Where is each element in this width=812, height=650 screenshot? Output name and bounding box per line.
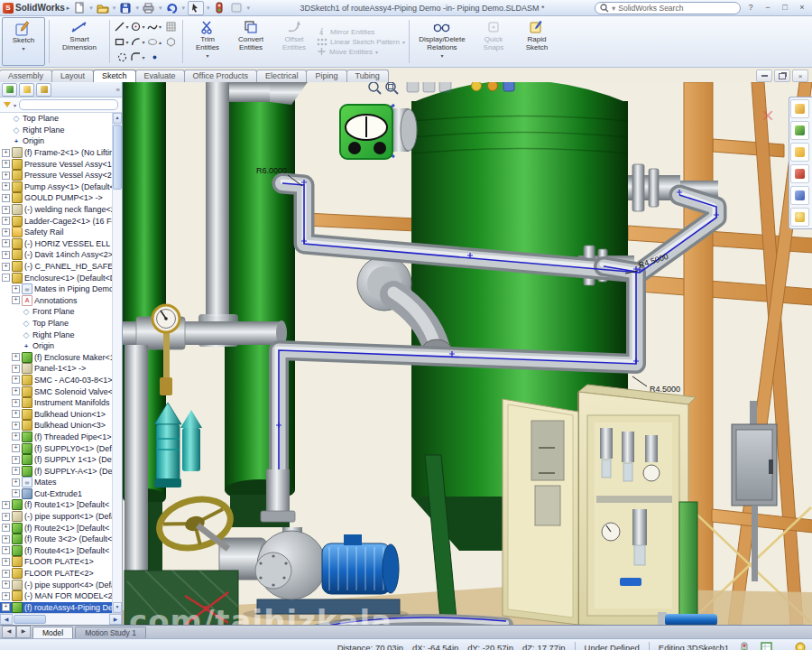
expander-icon[interactable]: + bbox=[2, 546, 10, 554]
expander-icon[interactable]: + bbox=[12, 285, 20, 293]
previous-view-icon[interactable] bbox=[407, 82, 419, 92]
display-style-icon[interactable] bbox=[503, 82, 514, 91]
doc-minimize-button[interactable] bbox=[756, 70, 772, 82]
tab-tubing[interactable]: Tubing bbox=[346, 70, 389, 82]
sketch-button[interactable]: Sketch ▾ bbox=[2, 17, 45, 66]
tree-item[interactable]: Origin bbox=[0, 135, 122, 147]
display-delete-relations-button[interactable]: Display/Delete Relations ▾ bbox=[413, 17, 471, 66]
tree-item[interactable]: Right Plane bbox=[0, 329, 122, 340]
tree-item[interactable]: + Bulkhead Union<3> bbox=[0, 420, 122, 432]
graphics-area[interactable]: R6.0000 R4.5000 R4.5000 bbox=[123, 82, 812, 625]
tab-scroll-right-icon[interactable]: ▶ bbox=[16, 626, 31, 638]
tree-item[interactable]: Top Plane bbox=[0, 113, 122, 125]
expander-icon[interactable]: + bbox=[12, 399, 20, 407]
expander-icon[interactable]: + bbox=[2, 603, 10, 611]
tree-item[interactable]: + Mates bbox=[0, 477, 122, 488]
rectangle-tool-icon[interactable]: ▾ bbox=[114, 34, 130, 50]
search-input[interactable]: SolidWorks Search bbox=[618, 4, 683, 13]
design-library-icon[interactable] bbox=[790, 121, 809, 140]
view-orientation-icon[interactable] bbox=[439, 82, 451, 92]
expander-icon[interactable]: + bbox=[2, 182, 10, 190]
tab-piping[interactable]: Piping bbox=[306, 70, 346, 82]
tab-motion-study[interactable]: Motion Study 1 bbox=[75, 627, 146, 638]
expander-icon[interactable]: - bbox=[2, 274, 10, 282]
tree-item[interactable]: + (-) pipe support<4> (Defa bbox=[0, 579, 122, 590]
tree-item[interactable]: + (f) SUPPLY 1<1> (Def bbox=[0, 454, 122, 466]
tree-item[interactable]: - Enclosure<1> (Default<D bbox=[0, 272, 122, 283]
expander-icon[interactable]: + bbox=[2, 206, 10, 214]
tree-item[interactable]: + Panel-1<1> -> bbox=[0, 363, 122, 375]
expander-icon[interactable]: + bbox=[2, 217, 10, 225]
expander-icon[interactable]: + bbox=[2, 239, 10, 247]
expander-icon[interactable]: + bbox=[12, 387, 20, 395]
confirmation-corner-cancel-icon[interactable]: × bbox=[761, 103, 774, 127]
expander-icon[interactable]: + bbox=[12, 296, 20, 304]
expander-icon[interactable]: + bbox=[12, 432, 20, 441]
scroll-right-icon[interactable]: ▶ bbox=[109, 614, 122, 625]
tree-item[interactable]: + Safety Rail bbox=[0, 227, 122, 238]
expander-icon[interactable]: + bbox=[2, 592, 10, 600]
propertymanager-tab-icon[interactable] bbox=[19, 83, 34, 97]
line-tool-icon[interactable]: ▾ bbox=[114, 19, 130, 34]
tab-model[interactable]: Model bbox=[32, 627, 73, 638]
tree-item[interactable]: + (-) pipe support<1> (Defa bbox=[0, 511, 122, 523]
panel-tabs-more-icon[interactable]: » bbox=[116, 86, 120, 94]
section-view-icon[interactable] bbox=[423, 82, 435, 92]
tree-item[interactable]: + (f) Route1<1> [Default< bbox=[0, 499, 122, 511]
search-box[interactable]: ▾ SolidWorks Search bbox=[595, 2, 741, 14]
expander-icon[interactable]: + bbox=[12, 422, 20, 430]
expander-icon[interactable]: + bbox=[12, 456, 20, 464]
blue-pipe-stub[interactable] bbox=[658, 612, 717, 625]
ellipse-tool-icon[interactable]: ▴ bbox=[146, 34, 162, 50]
tree-item[interactable]: + (f) SUPPLY-A<1> (Def bbox=[0, 465, 122, 477]
circle-tool-icon[interactable]: ▾ bbox=[130, 19, 146, 34]
scroll-down-icon[interactable]: ▼ bbox=[113, 602, 122, 613]
point-tool-icon[interactable] bbox=[146, 50, 162, 65]
doc-restore-button[interactable] bbox=[774, 70, 790, 82]
open-icon[interactable] bbox=[96, 2, 110, 14]
tree-item[interactable]: + FLOOR PLATE<2> bbox=[0, 568, 122, 580]
tree-item[interactable]: + Cut-Extrude1 bbox=[0, 488, 122, 500]
tree-item[interactable]: + Ladder-Cage2<1> (16 Fo bbox=[0, 215, 122, 227]
window-maximize-button[interactable]: □ bbox=[778, 2, 792, 14]
help-button[interactable]: ? bbox=[743, 2, 758, 14]
file-explorer-icon[interactable] bbox=[790, 143, 809, 162]
expander-icon[interactable]: + bbox=[2, 558, 10, 566]
expander-icon[interactable]: + bbox=[2, 513, 10, 521]
tree-item[interactable]: Front Plane bbox=[0, 306, 122, 318]
h-scrollbar-thumb[interactable] bbox=[14, 615, 46, 624]
expander-icon[interactable]: + bbox=[12, 444, 20, 452]
tree-item[interactable]: + (f) Enclosure Maker<1 bbox=[0, 351, 122, 363]
search-results-icon[interactable] bbox=[790, 164, 809, 183]
tree-item[interactable]: Top Plane bbox=[0, 318, 122, 330]
print-icon[interactable] bbox=[142, 2, 156, 14]
tree-item[interactable]: + Pressure Vessel Assy<1> bbox=[0, 158, 122, 170]
tree-item[interactable]: + SMC - AC40-03-8<1> bbox=[0, 375, 122, 386]
status-sheet-icon[interactable] bbox=[760, 642, 772, 650]
doc-close-button[interactable]: × bbox=[792, 70, 808, 82]
tree-item[interactable]: + (-) Davit 14inch Assy<2> bbox=[0, 249, 122, 261]
linear-sketch-pattern-button[interactable]: Linear Sketch Pattern ▾ bbox=[317, 37, 405, 46]
tree-item[interactable]: + (f) routeAssy4-Piping Dem bbox=[0, 602, 122, 613]
select-icon[interactable] bbox=[188, 1, 204, 15]
expander-icon[interactable]: + bbox=[12, 376, 20, 384]
green-support-post[interactable] bbox=[676, 502, 701, 625]
expander-icon[interactable]: + bbox=[2, 570, 10, 578]
tab-scroll-left-icon[interactable]: ◀ bbox=[2, 626, 16, 638]
tab-office-products[interactable]: Office Products bbox=[184, 70, 257, 82]
new-document-icon[interactable] bbox=[72, 2, 87, 14]
spline-tool-icon[interactable]: ▾ bbox=[146, 19, 162, 34]
tree-item[interactable]: + (f) Route2<1> [Default< bbox=[0, 522, 122, 534]
expander-icon[interactable]: + bbox=[2, 172, 10, 180]
expander-icon[interactable]: + bbox=[12, 489, 20, 497]
tree-item[interactable]: + (f) Route 3<2> (Default< bbox=[0, 534, 122, 545]
expander-icon[interactable]: + bbox=[2, 251, 10, 259]
fillet-tool-icon[interactable]: ▾ bbox=[130, 50, 146, 65]
tree-item[interactable]: + (f) Frame-2<1> (No Lifting bbox=[0, 147, 122, 159]
tree-item[interactable]: + SMC Solenoid Valve<1 bbox=[0, 385, 122, 397]
control-enclosure[interactable] bbox=[503, 385, 696, 625]
expander-icon[interactable]: + bbox=[12, 467, 20, 475]
expander-icon[interactable]: + bbox=[2, 501, 10, 509]
status-help-coin-icon[interactable] bbox=[794, 642, 807, 650]
quick-snaps-button[interactable]: Quick Snaps bbox=[473, 17, 514, 66]
